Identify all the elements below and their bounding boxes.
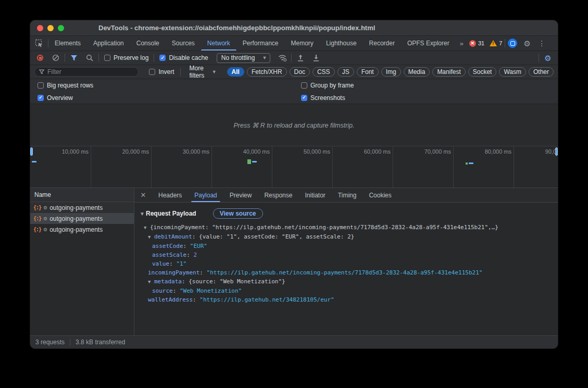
preserve-log-label: Preserve log	[114, 54, 148, 61]
request-rows: {:}⚙outgoing-payments{:}⚙outgoing-paymen…	[30, 202, 134, 235]
group-by-frame-checkbox[interactable]: Group by frame	[298, 82, 357, 89]
big-request-rows-checkbox[interactable]: Big request rows	[34, 82, 96, 89]
filter-pill-wasm[interactable]: Wasm	[499, 67, 526, 77]
filter-funnel-icon	[39, 69, 44, 74]
search-icon	[86, 54, 93, 61]
error-badge[interactable]: ✕ 31	[467, 36, 487, 51]
payload-tree-row[interactable]: assetCode: "EUR"	[134, 242, 558, 251]
tab-network[interactable]: Network	[201, 36, 236, 51]
detail-tab-cookies[interactable]: Cookies	[362, 188, 397, 202]
request-count: 3 requests	[35, 339, 65, 346]
tab-lighthouse[interactable]: Lighthouse	[320, 36, 363, 51]
maximize-window-button[interactable]	[58, 25, 64, 31]
json-number-token: 2	[193, 252, 197, 258]
export-har-button[interactable]	[309, 52, 323, 64]
payload-tree-row[interactable]: source: "Web Monetization"	[134, 286, 558, 295]
toolbar-separator-1	[65, 54, 65, 62]
name-column-header[interactable]: Name	[30, 188, 134, 202]
filter-pill-other[interactable]: Other	[529, 67, 554, 77]
filter-pill-all[interactable]: All	[227, 67, 244, 77]
detail-tab-timing[interactable]: Timing	[332, 188, 363, 202]
settings-button[interactable]: ⚙	[520, 36, 534, 51]
detail-tab-initiator[interactable]: Initiator	[298, 188, 331, 202]
table-row-request[interactable]: {:}⚙outgoing-payments	[30, 202, 134, 213]
screenshots-checkbox[interactable]: Screenshots	[298, 94, 348, 102]
clear-network-log-button[interactable]	[49, 52, 62, 64]
more-filters-button[interactable]: More filters ▼	[184, 65, 221, 79]
close-window-button[interactable]	[37, 25, 43, 31]
filter-pill-js[interactable]: JS	[337, 67, 354, 77]
json-key-token: walletAddress	[148, 296, 193, 303]
preserve-log-checkbox[interactable]: Preserve log	[101, 54, 152, 61]
detail-tab-preview[interactable]: Preview	[223, 188, 258, 202]
overview-label: Overview	[47, 94, 73, 102]
payload-tree-row[interactable]: ▼metadata: {source: "Web Monetization"}	[134, 277, 558, 286]
payload-tree-row[interactable]: walletAddress: "https://ilp.gatehub.net/…	[134, 295, 558, 304]
disable-cache-checkbox[interactable]: Disable cache	[156, 54, 211, 61]
detail-tab-response[interactable]: Response	[258, 188, 298, 202]
detail-tab-payload[interactable]: Payload	[188, 188, 223, 202]
invert-label: Invert	[158, 68, 174, 76]
expand-triangle-icon[interactable]: ▼	[144, 223, 150, 232]
expand-triangle-icon[interactable]: ▼	[148, 278, 154, 286]
filter-pill-fetch-xhr[interactable]: Fetch/XHR	[247, 67, 287, 77]
filter-pill-img[interactable]: Img	[381, 67, 401, 77]
filter-input[interactable]	[47, 68, 134, 76]
tab-sources[interactable]: Sources	[166, 36, 201, 51]
view-source-button[interactable]: View source	[213, 208, 263, 219]
gear-icon: ⚙	[43, 216, 47, 221]
table-row-request[interactable]: {:}⚙outgoing-payments	[30, 213, 134, 224]
payload-tree-row[interactable]: ▼debitAmount: {value: "1", assetCode: "E…	[134, 232, 558, 242]
timeline-tick-label: 10,000 ms	[39, 148, 89, 155]
detail-tab-headers[interactable]: Headers	[152, 188, 188, 202]
import-har-button[interactable]	[294, 52, 307, 64]
filter-pill-media[interactable]: Media	[404, 67, 430, 77]
tab-memory[interactable]: Memory	[285, 36, 320, 51]
filter-toggle-button[interactable]	[67, 52, 81, 64]
more-tabs-button[interactable]: »	[456, 36, 467, 51]
error-icon: ✕	[469, 40, 476, 47]
tab-opfs-explorer[interactable]: OPFS Explorer	[401, 36, 456, 51]
tab-elements[interactable]: Elements	[48, 36, 87, 51]
filter-pill-font[interactable]: Font	[357, 67, 379, 77]
filter-input-box[interactable]	[34, 67, 139, 77]
minimize-window-button[interactable]	[47, 25, 54, 31]
close-detail-button[interactable]: ✕	[134, 188, 152, 202]
payload-tree-row[interactable]: value: "1"	[134, 259, 558, 268]
network-conditions-button[interactable]	[276, 52, 289, 64]
table-row-request[interactable]: {:}⚙outgoing-payments	[30, 224, 134, 235]
invert-checkbox[interactable]: Invert	[146, 68, 177, 76]
warning-badge[interactable]: 7	[487, 36, 505, 51]
network-overview-timeline[interactable]: 10,000 ms20,000 ms30,000 ms40,000 ms50,0…	[30, 146, 558, 188]
filter-pill-socket[interactable]: Socket	[468, 67, 497, 77]
overview-left-handle[interactable]	[30, 147, 33, 156]
timeline-gridline	[272, 146, 272, 187]
extension-button[interactable]	[505, 36, 520, 51]
json-key-token: assetScale	[152, 252, 186, 258]
request-payload-section-header[interactable]: ▼ Request Payload View source	[134, 207, 558, 220]
tab-recorder[interactable]: Recorder	[363, 36, 401, 51]
overview-checkbox[interactable]: Overview	[34, 94, 76, 102]
throttling-select[interactable]: No throttling ▼	[217, 53, 271, 63]
expand-triangle-icon[interactable]: ▼	[148, 233, 154, 242]
status-separator	[70, 339, 70, 346]
inspect-element-button[interactable]	[30, 36, 48, 51]
network-toolbar: Preserve log Disable cache No throttling…	[30, 51, 558, 65]
json-plain-token: :	[186, 252, 193, 258]
overview-request-mark-dash	[32, 161, 36, 162]
filter-pill-manifest[interactable]: Manifest	[432, 67, 465, 77]
record-network-log-button[interactable]	[33, 52, 47, 64]
payload-tree-row[interactable]: ▼{incomingPayment: "https://ilp.gatehub.…	[134, 223, 558, 232]
search-button[interactable]	[83, 52, 96, 64]
payload-tree-row[interactable]: incomingPayment: "https://ilp.gatehub.ne…	[134, 268, 558, 277]
network-settings-button[interactable]: ⚙	[541, 52, 555, 64]
payload-tree-row[interactable]: assetScale: 2	[134, 251, 558, 259]
filterbar-separator	[180, 68, 181, 76]
tab-performance[interactable]: Performance	[236, 36, 285, 51]
tab-console[interactable]: Console	[130, 36, 166, 51]
filter-pill-css[interactable]: CSS	[312, 67, 335, 77]
menu-button[interactable]: ⋮	[534, 36, 549, 51]
tab-application[interactable]: Application	[87, 36, 130, 51]
toolbar-separator-5	[539, 54, 539, 62]
filter-pill-doc[interactable]: Doc	[290, 67, 310, 77]
